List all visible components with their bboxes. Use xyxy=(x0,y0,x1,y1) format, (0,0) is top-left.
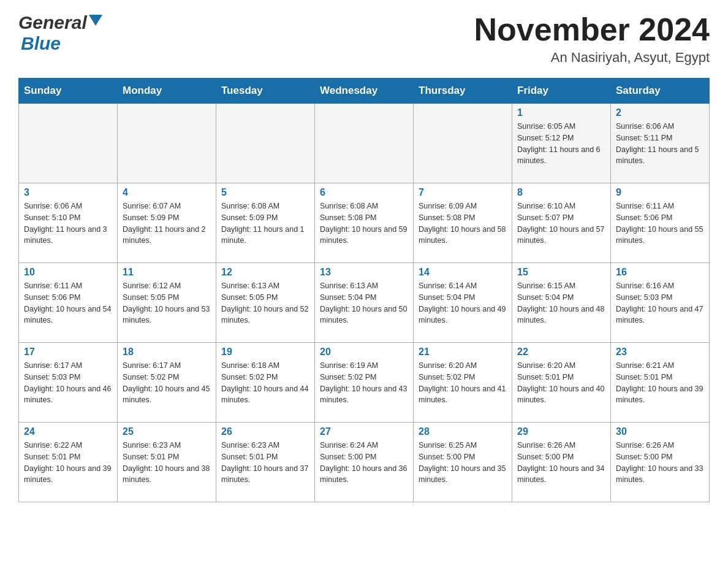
table-row: 29Sunrise: 6:26 AMSunset: 5:00 PMDayligh… xyxy=(512,423,611,502)
day-number: 27 xyxy=(320,426,408,437)
logo-general: General xyxy=(18,12,87,33)
table-row: 18Sunrise: 6:17 AMSunset: 5:02 PMDayligh… xyxy=(118,343,216,423)
day-info: Sunrise: 6:12 AMSunset: 5:05 PMDaylight:… xyxy=(123,280,211,326)
logo: General Blue xyxy=(18,12,102,54)
svg-marker-0 xyxy=(89,15,102,26)
day-number: 29 xyxy=(517,426,605,437)
header-sunday: Sunday xyxy=(19,79,118,104)
day-info: Sunrise: 6:06 AMSunset: 5:10 PMDaylight:… xyxy=(24,201,112,247)
day-info: Sunrise: 6:26 AMSunset: 5:00 PMDaylight:… xyxy=(517,440,605,486)
day-number: 10 xyxy=(24,267,112,278)
table-row xyxy=(19,104,118,183)
day-number: 30 xyxy=(616,426,704,437)
table-row: 26Sunrise: 6:23 AMSunset: 5:01 PMDayligh… xyxy=(216,423,315,502)
logo-blue: Blue xyxy=(21,33,61,53)
table-row: 20Sunrise: 6:19 AMSunset: 5:02 PMDayligh… xyxy=(315,343,414,423)
day-info: Sunrise: 6:26 AMSunset: 5:00 PMDaylight:… xyxy=(616,440,704,486)
day-number: 26 xyxy=(221,426,309,437)
day-info: Sunrise: 6:22 AMSunset: 5:01 PMDaylight:… xyxy=(24,440,112,486)
header-thursday: Thursday xyxy=(414,79,512,104)
table-row: 8Sunrise: 6:10 AMSunset: 5:07 PMDaylight… xyxy=(512,183,611,263)
day-number: 14 xyxy=(419,267,507,278)
table-row xyxy=(118,104,216,183)
day-info: Sunrise: 6:19 AMSunset: 5:02 PMDaylight:… xyxy=(320,360,408,406)
day-number: 21 xyxy=(419,347,507,358)
table-row: 24Sunrise: 6:22 AMSunset: 5:01 PMDayligh… xyxy=(19,423,118,502)
day-info: Sunrise: 6:13 AMSunset: 5:04 PMDaylight:… xyxy=(320,280,408,326)
day-number: 22 xyxy=(517,347,605,358)
day-number: 28 xyxy=(419,426,507,437)
month-title: November 2024 xyxy=(474,12,710,47)
day-number: 12 xyxy=(221,267,309,278)
day-number: 2 xyxy=(616,107,704,118)
table-row: 1Sunrise: 6:05 AMSunset: 5:12 PMDaylight… xyxy=(512,104,611,183)
day-number: 15 xyxy=(517,267,605,278)
table-row: 4Sunrise: 6:07 AMSunset: 5:09 PMDaylight… xyxy=(118,183,216,263)
day-number: 3 xyxy=(24,187,112,198)
day-info: Sunrise: 6:08 AMSunset: 5:09 PMDaylight:… xyxy=(221,201,309,247)
calendar-week-row: 1Sunrise: 6:05 AMSunset: 5:12 PMDaylight… xyxy=(19,104,710,183)
day-number: 16 xyxy=(616,267,704,278)
table-row: 25Sunrise: 6:23 AMSunset: 5:01 PMDayligh… xyxy=(118,423,216,502)
day-info: Sunrise: 6:06 AMSunset: 5:11 PMDaylight:… xyxy=(616,121,704,167)
day-number: 5 xyxy=(221,187,309,198)
day-info: Sunrise: 6:07 AMSunset: 5:09 PMDaylight:… xyxy=(123,201,211,247)
table-row: 15Sunrise: 6:15 AMSunset: 5:04 PMDayligh… xyxy=(512,263,611,343)
table-row: 5Sunrise: 6:08 AMSunset: 5:09 PMDaylight… xyxy=(216,183,315,263)
day-info: Sunrise: 6:23 AMSunset: 5:01 PMDaylight:… xyxy=(123,440,211,486)
logo-triangle-icon xyxy=(89,15,102,28)
day-number: 11 xyxy=(123,267,211,278)
day-info: Sunrise: 6:05 AMSunset: 5:12 PMDaylight:… xyxy=(517,121,605,167)
table-row: 14Sunrise: 6:14 AMSunset: 5:04 PMDayligh… xyxy=(414,263,512,343)
day-number: 1 xyxy=(517,107,605,118)
table-row: 23Sunrise: 6:21 AMSunset: 5:01 PMDayligh… xyxy=(611,343,710,423)
page-header: General Blue November 2024 An Nasiriyah,… xyxy=(18,12,710,66)
header-wednesday: Wednesday xyxy=(315,79,414,104)
day-info: Sunrise: 6:20 AMSunset: 5:01 PMDaylight:… xyxy=(517,360,605,406)
day-info: Sunrise: 6:21 AMSunset: 5:01 PMDaylight:… xyxy=(616,360,704,406)
day-number: 24 xyxy=(24,426,112,437)
calendar-week-row: 10Sunrise: 6:11 AMSunset: 5:06 PMDayligh… xyxy=(19,263,710,343)
day-info: Sunrise: 6:17 AMSunset: 5:02 PMDaylight:… xyxy=(123,360,211,406)
location-title: An Nasiriyah, Asyut, Egypt xyxy=(474,50,710,66)
day-number: 23 xyxy=(616,347,704,358)
day-info: Sunrise: 6:18 AMSunset: 5:02 PMDaylight:… xyxy=(221,360,309,406)
header-tuesday: Tuesday xyxy=(216,79,315,104)
day-info: Sunrise: 6:14 AMSunset: 5:04 PMDaylight:… xyxy=(419,280,507,326)
table-row: 9Sunrise: 6:11 AMSunset: 5:06 PMDaylight… xyxy=(611,183,710,263)
day-info: Sunrise: 6:24 AMSunset: 5:00 PMDaylight:… xyxy=(320,440,408,486)
day-info: Sunrise: 6:11 AMSunset: 5:06 PMDaylight:… xyxy=(616,201,704,247)
title-area: November 2024 An Nasiriyah, Asyut, Egypt xyxy=(474,12,710,66)
calendar-week-row: 24Sunrise: 6:22 AMSunset: 5:01 PMDayligh… xyxy=(19,423,710,502)
day-info: Sunrise: 6:11 AMSunset: 5:06 PMDaylight:… xyxy=(24,280,112,326)
table-row: 6Sunrise: 6:08 AMSunset: 5:08 PMDaylight… xyxy=(315,183,414,263)
table-row: 30Sunrise: 6:26 AMSunset: 5:00 PMDayligh… xyxy=(611,423,710,502)
day-info: Sunrise: 6:16 AMSunset: 5:03 PMDaylight:… xyxy=(616,280,704,326)
table-row: 28Sunrise: 6:25 AMSunset: 5:00 PMDayligh… xyxy=(414,423,512,502)
day-info: Sunrise: 6:17 AMSunset: 5:03 PMDaylight:… xyxy=(24,360,112,406)
day-info: Sunrise: 6:08 AMSunset: 5:08 PMDaylight:… xyxy=(320,201,408,247)
table-row xyxy=(315,104,414,183)
calendar-week-row: 3Sunrise: 6:06 AMSunset: 5:10 PMDaylight… xyxy=(19,183,710,263)
table-row: 2Sunrise: 6:06 AMSunset: 5:11 PMDaylight… xyxy=(611,104,710,183)
table-row: 16Sunrise: 6:16 AMSunset: 5:03 PMDayligh… xyxy=(611,263,710,343)
day-info: Sunrise: 6:09 AMSunset: 5:08 PMDaylight:… xyxy=(419,201,507,247)
header-saturday: Saturday xyxy=(611,79,710,104)
table-row xyxy=(216,104,315,183)
table-row: 7Sunrise: 6:09 AMSunset: 5:08 PMDaylight… xyxy=(414,183,512,263)
header-monday: Monday xyxy=(118,79,216,104)
table-row: 10Sunrise: 6:11 AMSunset: 5:06 PMDayligh… xyxy=(19,263,118,343)
day-info: Sunrise: 6:20 AMSunset: 5:02 PMDaylight:… xyxy=(419,360,507,406)
day-number: 7 xyxy=(419,187,507,198)
day-number: 6 xyxy=(320,187,408,198)
table-row: 19Sunrise: 6:18 AMSunset: 5:02 PMDayligh… xyxy=(216,343,315,423)
day-number: 19 xyxy=(221,347,309,358)
table-row: 22Sunrise: 6:20 AMSunset: 5:01 PMDayligh… xyxy=(512,343,611,423)
table-row: 21Sunrise: 6:20 AMSunset: 5:02 PMDayligh… xyxy=(414,343,512,423)
day-number: 13 xyxy=(320,267,408,278)
weekday-header-row: Sunday Monday Tuesday Wednesday Thursday… xyxy=(19,79,710,104)
table-row: 27Sunrise: 6:24 AMSunset: 5:00 PMDayligh… xyxy=(315,423,414,502)
calendar-table: Sunday Monday Tuesday Wednesday Thursday… xyxy=(18,78,710,502)
table-row xyxy=(414,104,512,183)
table-row: 3Sunrise: 6:06 AMSunset: 5:10 PMDaylight… xyxy=(19,183,118,263)
